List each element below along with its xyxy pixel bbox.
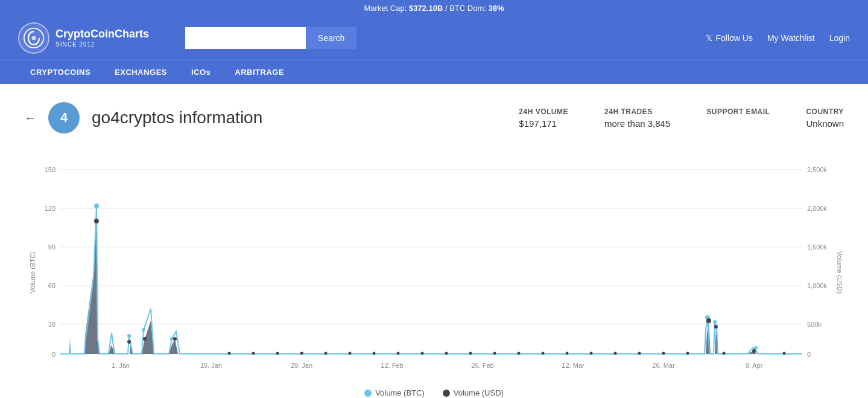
back-button[interactable]: ← (24, 111, 36, 125)
svg-text:120: 120 (45, 205, 55, 212)
svg-point-53 (421, 352, 424, 355)
watchlist-link[interactable]: My Watchlist (767, 33, 815, 43)
legend-usd-label: Volume (USD) (454, 388, 504, 397)
svg-point-47 (276, 352, 279, 355)
svg-text:Volume (USD): Volume (USD) (836, 251, 843, 294)
stat-country-value: Unknown (806, 118, 844, 129)
search-input[interactable] (185, 27, 306, 49)
nav-icos[interactable]: ICOs (179, 60, 223, 84)
svg-point-31 (94, 204, 99, 208)
svg-point-40 (143, 337, 147, 341)
logo-since: SINCE 2012 (55, 41, 149, 48)
svg-point-41 (173, 337, 177, 341)
svg-point-33 (142, 328, 145, 332)
svg-point-43 (714, 325, 718, 329)
svg-text:26. Mar: 26. Mar (652, 362, 675, 369)
legend-usd: Volume (USD) (443, 388, 504, 397)
ticker-separator: / BTC Dom: (445, 4, 486, 13)
follow-us-link[interactable]: 𝕏 Follow Us (706, 33, 752, 43)
svg-text:0: 0 (807, 351, 811, 358)
svg-point-37 (754, 346, 758, 350)
svg-point-44 (752, 349, 756, 353)
nav-bar: CRYPTOCOINS EXCHANGES ICOs ARBITRAGE (0, 60, 868, 84)
svg-text:29. Jan: 29. Jan (291, 362, 312, 369)
ticker-marketcap-value: $372.10B (409, 4, 443, 13)
svg-point-51 (373, 352, 376, 355)
svg-point-1 (31, 36, 36, 40)
svg-point-50 (349, 352, 352, 355)
svg-point-55 (469, 352, 472, 355)
svg-point-59 (566, 352, 569, 355)
search-area: Search (185, 27, 396, 49)
follow-us-label: Follow Us (715, 33, 752, 43)
stat-volume-label: 24H VOLUME (519, 108, 568, 116)
svg-text:2,500k: 2,500k (807, 166, 828, 173)
nav-arbitrage[interactable]: ARBITRAGE (223, 60, 296, 84)
svg-text:60: 60 (48, 282, 55, 289)
svg-point-63 (662, 352, 665, 355)
svg-point-36 (713, 320, 717, 324)
svg-text:15. Jan: 15. Jan (200, 362, 222, 369)
svg-point-42 (706, 318, 711, 323)
ticker-bar: Market Cap: $372.10B / BTC Dom: 38% (0, 0, 868, 16)
header: CryptoCoinCharts SINCE 2012 Search 𝕏 Fol… (0, 16, 868, 60)
legend-btc: Volume (BTC) (364, 388, 425, 397)
stat-email-label: SUPPORT EMAIL (706, 108, 770, 116)
svg-point-52 (397, 352, 400, 355)
stat-trades: 24H TRADES more than 3,845 (604, 108, 670, 129)
svg-point-56 (493, 352, 496, 355)
login-link[interactable]: Login (829, 33, 850, 43)
svg-point-46 (252, 352, 255, 355)
logo-text: CryptoCoinCharts SINCE 2012 (55, 28, 149, 48)
legend-btc-label: Volume (BTC) (375, 388, 425, 397)
logo-icon (18, 22, 49, 54)
exchange-logo-letter: 4 (60, 110, 68, 126)
stat-email: SUPPORT EMAIL (706, 108, 770, 118)
svg-point-48 (300, 352, 303, 355)
svg-point-62 (638, 352, 641, 355)
chart-legend: Volume (BTC) Volume (USD) (24, 388, 844, 397)
svg-text:500k: 500k (807, 321, 822, 328)
svg-text:150: 150 (45, 166, 55, 173)
ticker-marketcap-label: Market Cap: (364, 4, 407, 13)
svg-point-38 (94, 219, 99, 223)
svg-point-49 (325, 352, 328, 355)
svg-point-61 (614, 352, 617, 355)
svg-text:2,000k: 2,000k (807, 205, 828, 212)
svg-point-57 (518, 352, 521, 355)
svg-text:30: 30 (48, 321, 55, 328)
svg-text:12. Mar: 12. Mar (562, 362, 584, 369)
chart-svg-wrap: 150 120 90 60 30 0 Volume (BTC) 2,500k 2… (24, 152, 844, 384)
svg-point-54 (445, 352, 448, 355)
svg-point-66 (783, 352, 786, 355)
chart-svg: 150 120 90 60 30 0 Volume (BTC) 2,500k 2… (24, 152, 844, 381)
stat-country-label: COUNTRY (806, 108, 844, 116)
stat-volume: 24H VOLUME $197,171 (519, 108, 568, 129)
exchange-header: ← 4 go4cryptos information 24H VOLUME $1… (24, 102, 844, 133)
svg-point-65 (723, 352, 726, 355)
svg-text:0: 0 (52, 351, 55, 358)
stat-trades-label: 24H TRADES (604, 108, 670, 116)
chart-container: 150 120 90 60 30 0 Volume (BTC) 2,500k 2… (24, 146, 844, 398)
logo[interactable]: CryptoCoinCharts SINCE 2012 (18, 22, 149, 54)
svg-text:1,500k: 1,500k (807, 243, 828, 251)
exchange-stats: 24H VOLUME $197,171 24H TRADES more than… (519, 108, 844, 129)
ticker-btcdom-value: 38% (488, 4, 504, 13)
logo-brand: CryptoCoinCharts (55, 28, 149, 41)
svg-point-45 (228, 352, 231, 355)
svg-text:9. Apr: 9. Apr (746, 362, 763, 369)
twitter-icon: 𝕏 (706, 33, 712, 43)
stat-country: COUNTRY Unknown (806, 108, 844, 129)
nav-cryptocoins[interactable]: CRYPTOCOINS (18, 60, 103, 84)
search-button[interactable]: Search (306, 27, 356, 49)
svg-marker-30 (60, 221, 802, 354)
svg-point-39 (127, 340, 131, 344)
svg-text:12. Feb: 12. Feb (381, 362, 403, 369)
svg-point-60 (590, 352, 593, 355)
nav-exchanges[interactable]: EXCHANGES (103, 60, 179, 84)
legend-btc-dot (364, 390, 372, 397)
svg-point-58 (542, 352, 545, 355)
exchange-logo: 4 (48, 102, 80, 133)
stat-trades-value: more than 3,845 (604, 118, 670, 129)
svg-point-64 (686, 352, 689, 355)
